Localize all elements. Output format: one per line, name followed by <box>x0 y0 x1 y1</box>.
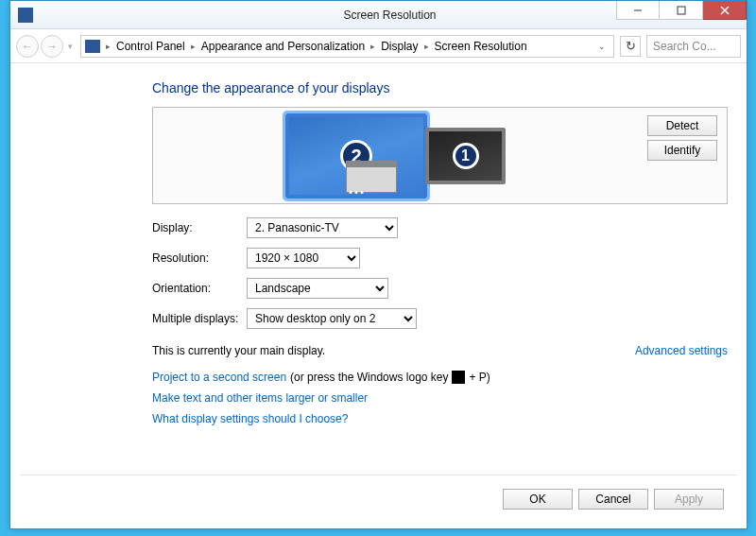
main-display-row: This is currently your main display. Adv… <box>152 344 728 357</box>
close-button[interactable] <box>703 1 747 20</box>
windows-key-icon <box>452 371 465 384</box>
multiple-displays-select[interactable]: Show desktop only on 2 <box>247 308 417 329</box>
monitor-number-badge: 1 <box>453 143 479 169</box>
apply-button[interactable]: Apply <box>654 489 724 510</box>
project-hint-text-a: (or press the Windows logo key <box>290 371 448 384</box>
display-label: Display: <box>152 221 247 234</box>
forward-button[interactable]: → <box>41 35 63 58</box>
identify-button[interactable]: Identify <box>647 140 717 161</box>
breadcrumb[interactable]: ▸ Control Panel ▸ Appearance and Persona… <box>80 35 614 58</box>
detect-button[interactable]: Detect <box>647 115 717 136</box>
breadcrumb-item[interactable]: Appearance and Personalization <box>201 40 365 53</box>
titlebar: Screen Resolution <box>10 1 747 29</box>
ok-button[interactable]: OK <box>503 489 573 510</box>
control-panel-icon <box>85 40 100 53</box>
chevron-right-icon: ▸ <box>104 42 112 51</box>
maximize-button[interactable] <box>660 1 703 20</box>
nav-history-dropdown[interactable]: ▾ <box>65 42 75 51</box>
chevron-right-icon: ▸ <box>422 42 431 51</box>
svg-rect-1 <box>678 7 685 14</box>
orientation-label: Orientation: <box>152 282 247 295</box>
display-arrangement-box: 2 1 Detect Identify <box>152 107 728 204</box>
breadcrumb-item[interactable]: Control Panel <box>116 40 185 53</box>
display-select[interactable]: 2. Panasonic-TV <box>247 217 398 238</box>
chevron-right-icon: ▸ <box>189 42 198 51</box>
display-settings-form: Display: 2. Panasonic-TV Resolution: 192… <box>152 217 728 329</box>
orientation-select[interactable]: Landscape <box>247 278 388 299</box>
resize-handle-icon <box>350 191 364 194</box>
project-second-screen-link[interactable]: Project to a second screen <box>152 371 286 384</box>
resolution-select[interactable]: 1920 × 1080 <box>247 248 360 268</box>
window: Screen Resolution ← → ▾ ▸ Control Panel … <box>9 0 747 529</box>
minimize-button[interactable] <box>616 1 660 20</box>
advanced-settings-link[interactable]: Advanced settings <box>635 344 728 357</box>
cancel-button[interactable]: Cancel <box>578 489 648 510</box>
content-area: Change the appearance of your displays 2… <box>10 63 747 444</box>
what-settings-link[interactable]: What display settings should I choose? <box>152 412 348 425</box>
chevron-down-icon[interactable]: ⌄ <box>598 42 610 51</box>
monitor-preview-area[interactable]: 2 1 <box>153 108 638 203</box>
chevron-right-icon: ▸ <box>369 42 377 51</box>
monitor-2[interactable]: 2 <box>285 113 427 199</box>
project-hint-text-b: + P) <box>469 371 490 384</box>
footer-divider <box>20 475 737 475</box>
search-box[interactable] <box>646 35 741 58</box>
resolution-label: Resolution: <box>152 251 247 265</box>
hint-links: Project to a second screen (or press the… <box>152 371 728 444</box>
multiple-displays-label: Multiple displays: <box>152 312 247 325</box>
page-heading: Change the appearance of your displays <box>152 80 728 95</box>
app-icon <box>18 8 33 23</box>
navbar: ← → ▾ ▸ Control Panel ▸ Appearance and P… <box>10 29 747 63</box>
window-controls <box>616 1 747 20</box>
monitor-1[interactable]: 1 <box>425 128 506 184</box>
footer-buttons: OK Cancel Apply <box>503 489 724 510</box>
breadcrumb-item[interactable]: Screen Resolution <box>435 40 527 53</box>
main-display-text: This is currently your main display. <box>152 344 325 357</box>
display-side-buttons: Detect Identify <box>638 108 727 168</box>
search-input[interactable] <box>653 40 740 53</box>
breadcrumb-item[interactable]: Display <box>381 40 418 53</box>
refresh-button[interactable]: ↻ <box>620 36 641 57</box>
make-text-larger-link[interactable]: Make text and other items larger or smal… <box>152 391 368 405</box>
back-button[interactable]: ← <box>16 35 39 58</box>
taskbar-thumbnail <box>346 161 397 193</box>
